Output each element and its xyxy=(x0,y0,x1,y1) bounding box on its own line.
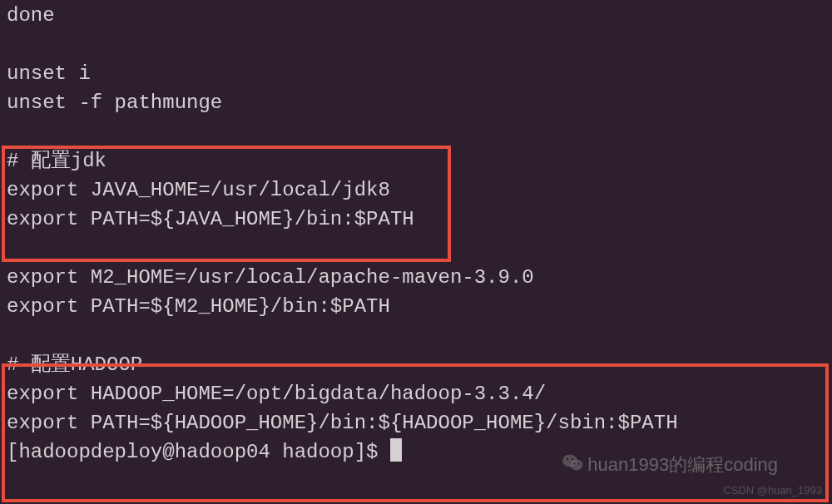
csdn-watermark: CSDN @huan_1993 xyxy=(723,483,822,499)
terminal-line: export PATH=${HADOOP_HOME}/bin:${HADOOP_… xyxy=(7,409,825,438)
svg-point-4 xyxy=(574,463,576,465)
terminal-line: # 配置jdk xyxy=(7,147,825,176)
terminal-line: unset i xyxy=(7,60,825,89)
terminal-output[interactable]: done unset i unset -f pathmunge # 配置jdk … xyxy=(0,2,832,467)
terminal-line xyxy=(7,31,825,60)
terminal-line: unset -f pathmunge xyxy=(7,89,825,118)
terminal-line: export JAVA_HOME=/usr/local/jdk8 xyxy=(7,176,825,205)
terminal-line: export M2_HOME=/usr/local/apache-maven-3… xyxy=(7,264,825,293)
terminal-line: export HADOOP_HOME=/opt/bigdata/hadoop-3… xyxy=(7,380,825,409)
terminal-line: export PATH=${M2_HOME}/bin:$PATH xyxy=(7,293,825,322)
terminal-line: export PATH=${JAVA_HOME}/bin:$PATH xyxy=(7,205,825,235)
terminal-line xyxy=(7,235,825,264)
svg-point-3 xyxy=(572,458,573,460)
terminal-line: done xyxy=(7,2,825,31)
terminal-line: # 配置HADOOP xyxy=(7,351,825,380)
terminal-line xyxy=(7,322,825,351)
wechat-icon xyxy=(562,452,584,479)
svg-point-2 xyxy=(567,458,568,460)
svg-point-5 xyxy=(578,463,580,465)
terminal-prompt: [hadoopdeploy@hadoop04 hadoop]$ xyxy=(7,441,390,463)
cursor-icon xyxy=(390,438,402,462)
watermark-text: huan1993的编程coding xyxy=(587,454,778,475)
svg-point-1 xyxy=(571,460,583,471)
terminal-line xyxy=(7,118,825,147)
watermark: huan1993的编程coding xyxy=(562,452,778,479)
